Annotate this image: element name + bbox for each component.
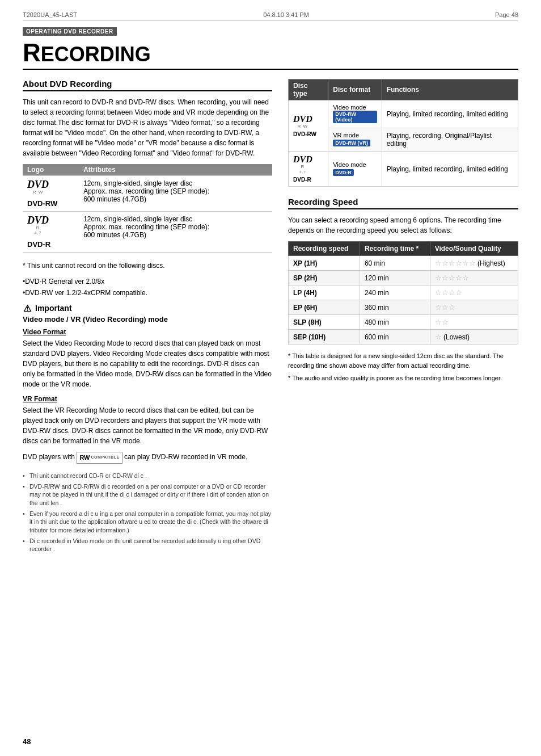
dvdr-logo-sub-right: R4.7 — [293, 164, 312, 174]
dvdr-logo-right: DVD R4.7 — [293, 155, 312, 174]
footnote-dvdr: •DVD-R General ver 2.0/8x — [23, 276, 272, 287]
quality-stars: ☆☆☆☆☆ — [430, 271, 518, 285]
disc-functions-table: Disc type Disc format Functions DVD R W — [288, 79, 518, 187]
disc-format-vr: VR mode DVD-RW (VR) — [328, 128, 382, 152]
list-item: Even if you record a di c u ing a per on… — [23, 510, 272, 535]
dvdr-logo-text-right: DVD — [293, 154, 312, 164]
disc-format-dvdr: Video mode DVD-R — [328, 152, 382, 187]
recording-speed-intro: You can select a recording speed among 6… — [288, 215, 518, 236]
functions-vr: Playing, recording, Original/Playlist ed… — [382, 128, 518, 152]
list-item: DVD-R/RW and CD-R/RW di c recorded on a … — [23, 482, 272, 507]
speed-footnote1: * This table is designed for a new singl… — [288, 351, 518, 370]
logo-table: Logo Attributes DVD R W DVD-RW — [23, 164, 272, 253]
important-heading: ⚠ Important — [23, 304, 272, 313]
quality-stars: ☆ (Lowest) — [430, 330, 518, 345]
important-subtitle: Video mode / VR (Video Recording) mode — [23, 315, 272, 324]
dvdrw-logo-text-right: DVD — [293, 114, 312, 124]
dvdrw-label: DVD-RW — [293, 131, 323, 137]
video-mode-tag: DVD-RW (Video) — [333, 111, 377, 123]
disc-type-dvdrw: DVD R W DVD-RW — [289, 100, 328, 152]
functions-dvdr: Playing, limited recording, limited edit… — [382, 152, 518, 187]
attributes-col-header: Attributes — [79, 164, 272, 176]
dvdrw-attrs: 12cm, single-sided, single layer disc Ap… — [79, 176, 272, 212]
dvdrw-attr2: Approx. max. recording time (SEP mode): — [83, 187, 209, 195]
time-value: 480 min — [360, 315, 430, 330]
time-value: 360 min — [360, 300, 430, 315]
heading-rest: ECORDING — [41, 43, 151, 66]
disc-format-header: Disc format — [328, 79, 382, 100]
speed-label: EP (6H) — [289, 300, 360, 315]
vr-mode-tag: DVD-RW (VR) — [333, 140, 370, 146]
content-columns: About DVD Recording This unit can record… — [23, 79, 518, 556]
top-bar: T2020UA_45-LAST 04.8.10 3:41 PM Page 48 — [23, 11, 518, 21]
dvdr-attr1: 12cm, single-sided, single layer disc — [83, 215, 192, 223]
recording-speed-title: Recording Speed — [288, 197, 518, 209]
about-section-title: About DVD Recording — [23, 79, 272, 91]
dvdr-logo: DVD R4.7 — [27, 215, 49, 236]
time-value: 600 min — [360, 330, 430, 345]
vr-mode-label: VR mode — [333, 132, 377, 138]
dvdrw-logo-sub: R W — [27, 190, 49, 195]
dvdr-logo-cell: DVD R4.7 DVD-R — [23, 212, 79, 253]
dvdrw-attr3: 600 minutes (4.7GB) — [83, 195, 146, 203]
top-bar-right: Page 48 — [495, 11, 518, 18]
quality-stars: ☆☆ — [430, 315, 518, 330]
speed-header: Recording speed — [289, 242, 360, 256]
important-title: Important — [35, 304, 72, 313]
time-value: 60 min — [360, 256, 430, 271]
speed-footnote2: * The audio and video quality is poorer … — [288, 373, 518, 383]
time-value: 120 min — [360, 271, 430, 285]
top-bar-left: T2020UA_45-LAST — [23, 11, 77, 18]
table-row: LP (4H) 240 min ☆☆☆☆ — [289, 285, 518, 300]
left-column: About DVD Recording This unit can record… — [23, 79, 272, 556]
quality-stars: ☆☆☆☆ — [430, 285, 518, 300]
disc-type-dvdr: DVD R4.7 DVD-R — [289, 152, 328, 187]
dvdr-video-mode-label: Video mode — [333, 161, 377, 168]
dvdrw-attr1: 12cm, single-sided, single layer disc — [83, 179, 192, 187]
warning-icon: ⚠ — [23, 304, 32, 313]
compatible-text: COMPATIBLE — [91, 455, 120, 461]
speed-table: Recording speed Recording time * Video/S… — [288, 241, 518, 345]
dvdr-attr2: Approx. max. recording time (SEP mode): — [83, 223, 209, 231]
speed-label: SLP (8H) — [289, 315, 360, 330]
page-heading: RECORDING — [23, 39, 518, 70]
time-header: Recording time * — [360, 242, 430, 256]
speed-label: SP (2H) — [289, 271, 360, 285]
rw-note: DVD players with RW COMPATIBLE can play … — [23, 452, 272, 464]
video-format-body: Select the Video Recording Mode to recor… — [23, 338, 272, 389]
vr-format-body: Select the VR Recording Mode to record d… — [23, 405, 272, 446]
table-row: DVD R4.7 DVD-R 12cm, single-sided, singl… — [23, 212, 272, 253]
table-row: DVD R W DVD-RW Video mode DVD-RW (Video)… — [289, 100, 518, 128]
dvdr-disc-name: DVD-R — [27, 240, 74, 249]
quality-stars: ☆☆☆☆☆☆ (Highest) — [430, 256, 518, 271]
speed-label: LP (4H) — [289, 285, 360, 300]
dvdrw-logo-text: DVD — [27, 179, 49, 190]
dvdrw-logo-cell: DVD R W DVD-RW — [23, 176, 79, 212]
logo-col-header: Logo — [23, 164, 79, 176]
quality-header: Video/Sound Quality — [430, 242, 518, 256]
dvdrw-logo-right: DVD R W — [293, 115, 312, 129]
section-label: OPERATING DVD RECORDER — [23, 27, 117, 36]
footnote-main: * This unit cannot record on the followi… — [23, 261, 272, 271]
table-row: SLP (8H) 480 min ☆☆ — [289, 315, 518, 330]
heading-r: R — [23, 39, 41, 66]
dvdr-attrs: 12cm, single-sided, single layer disc Ap… — [79, 212, 272, 253]
dvdr-logo-sub: R4.7 — [27, 225, 49, 236]
table-row: DVD R W DVD-RW 12cm, single-sided, singl… — [23, 176, 272, 212]
rw-text: RW — [79, 453, 90, 463]
disc-type-header: Disc type — [289, 79, 328, 100]
right-column: Disc type Disc format Functions DVD R W — [288, 79, 518, 556]
list-item: Di c recorded in Video mode on thi unit … — [23, 537, 272, 553]
dvdr-attr3: 600 minutes (4.7GB) — [83, 231, 146, 239]
dvdr-logo-text: DVD — [27, 215, 49, 226]
rw-compatible-badge: RW COMPATIBLE — [77, 452, 122, 464]
about-body: This unit can record to DVD-R and DVD-RW… — [23, 97, 272, 158]
page-number: 48 — [23, 737, 31, 746]
dvdrw-logo-sub-right: R W — [293, 124, 312, 129]
dvdrw-logo: DVD R W — [27, 179, 49, 195]
page: T2020UA_45-LAST 04.8.10 3:41 PM Page 48 … — [0, 0, 541, 756]
list-item: Thi unit cannot record CD-R or CD-RW di … — [23, 472, 272, 480]
table-row: DVD R4.7 DVD-R Video mode DVD-R Playing,… — [289, 152, 518, 187]
time-value: 240 min — [360, 285, 430, 300]
bullet-footnotes: Thi unit cannot record CD-R or CD-RW di … — [23, 472, 272, 553]
